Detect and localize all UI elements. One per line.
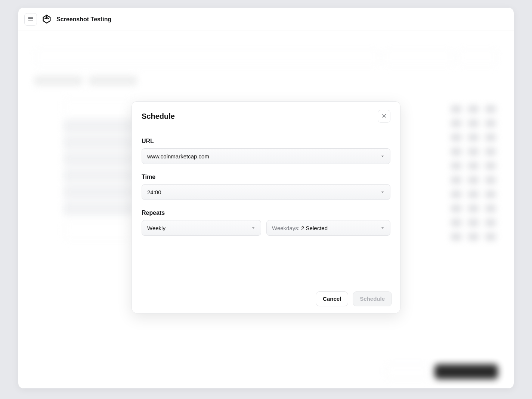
- app-header: Screenshot Testing: [18, 8, 514, 31]
- close-icon: [381, 113, 387, 120]
- modal-close-button[interactable]: [378, 110, 390, 123]
- modal-footer: Cancel Schedule: [132, 284, 400, 313]
- chevron-down-icon: [380, 153, 386, 159]
- time-label: Time: [142, 174, 390, 180]
- repeats-frequency-select[interactable]: Weekly: [142, 220, 261, 236]
- modal-header: Schedule: [132, 102, 400, 128]
- time-field: Time 24:00: [142, 174, 390, 200]
- time-select[interactable]: 24:00: [142, 184, 390, 200]
- menu-button[interactable]: [24, 13, 37, 26]
- cancel-button[interactable]: Cancel: [316, 291, 348, 306]
- time-select-value: 24:00: [147, 189, 161, 195]
- app-shell: Screenshot Testing: [18, 7, 514, 389]
- repeats-frequency-value: Weekly: [147, 225, 166, 231]
- app-logo-icon: [41, 13, 52, 25]
- repeats-field: Repeats Weekly Weekdays: 2 Selected: [142, 210, 390, 236]
- chevron-down-icon: [380, 189, 386, 195]
- menu-icon: [27, 15, 34, 23]
- modal-body: URL www.coinmarketcap.com Time 24:00 Rep…: [132, 128, 400, 284]
- weekdays-select[interactable]: Weekdays: 2 Selected: [266, 220, 390, 236]
- repeats-label: Repeats: [142, 210, 390, 216]
- modal-title: Schedule: [142, 112, 175, 121]
- url-select[interactable]: www.coinmarketcap.com: [142, 148, 390, 164]
- weekdays-prefix: Weekdays:: [272, 225, 301, 231]
- url-label: URL: [142, 138, 390, 145]
- url-select-value: www.coinmarketcap.com: [147, 153, 209, 160]
- weekdays-select-value: Weekdays: 2 Selected: [272, 225, 328, 231]
- schedule-modal: Schedule URL www.coinmarketcap.com Time …: [132, 101, 400, 313]
- url-field: URL www.coinmarketcap.com: [142, 138, 390, 164]
- chevron-down-icon: [250, 225, 256, 231]
- app-title: Screenshot Testing: [56, 16, 111, 23]
- weekdays-count: 2 Selected: [301, 225, 328, 231]
- schedule-submit-button[interactable]: Schedule: [353, 291, 392, 306]
- chevron-down-icon: [380, 225, 386, 231]
